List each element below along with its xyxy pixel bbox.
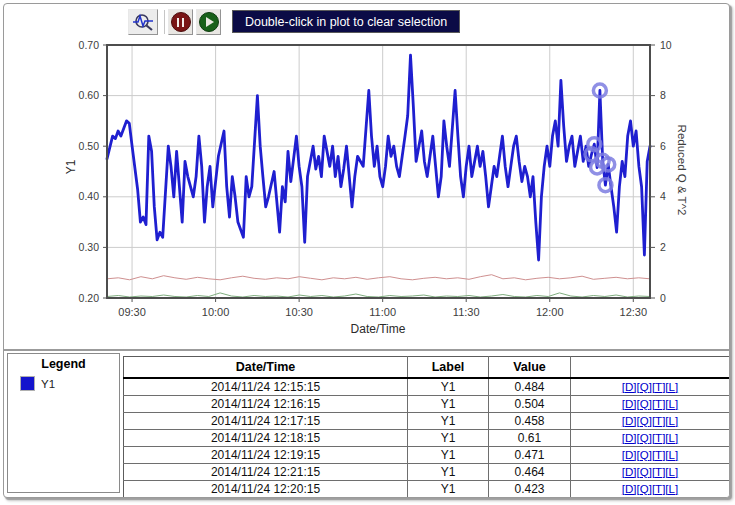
reduced-stat-green-series-line <box>107 293 650 297</box>
chart-plot[interactable] <box>4 4 729 345</box>
detail-link-l[interactable]: [L] <box>665 466 678 478</box>
cell-datetime: 2014/11/24 12:21:15 <box>124 464 408 481</box>
detail-link-l[interactable]: [L] <box>665 398 678 410</box>
cell-value: 0.504 <box>489 396 571 413</box>
column-header-links <box>571 357 730 379</box>
detail-link-l[interactable]: [L] <box>665 381 678 393</box>
detail-link-d[interactable]: [D] <box>622 432 637 444</box>
cell-datetime: 2014/11/24 12:19:15 <box>124 447 408 464</box>
detail-link-d[interactable]: [D] <box>622 398 637 410</box>
cell-value: 0.458 <box>489 413 571 430</box>
legend-panel: Legend Y1 <box>7 353 120 493</box>
detail-link-l[interactable]: [L] <box>665 432 678 444</box>
cell-label: Y1 <box>408 464 489 481</box>
column-header-date-time: Date/Time <box>124 357 408 379</box>
cell-label: Y1 <box>408 447 489 464</box>
x-tick-label: 10:30 <box>274 306 324 319</box>
table-row[interactable]: 2014/11/24 12:16:15Y10.504[D][Q][T][L] <box>124 396 730 413</box>
legend-title: Legend <box>8 357 119 371</box>
table-header-row: Date/TimeLabelValue <box>124 357 730 379</box>
detail-link-q[interactable]: [Q] <box>637 381 652 393</box>
x-tick-label: 11:00 <box>358 306 408 319</box>
cell-value: 0.423 <box>489 481 571 498</box>
cell-value: 0.484 <box>489 378 571 396</box>
column-header-label: Label <box>408 357 489 379</box>
detail-link-q[interactable]: [Q] <box>637 449 652 461</box>
detail-link-q[interactable]: [Q] <box>637 415 652 427</box>
cell-value: 0.61 <box>489 430 571 447</box>
cell-datetime: 2014/11/24 12:18:15 <box>124 430 408 447</box>
cell-label: Y1 <box>408 413 489 430</box>
y-left-tick-label: 0.50 <box>59 140 99 153</box>
app-window: Double-click in plot to clear selection … <box>3 3 730 498</box>
x-tick-label: 11:30 <box>441 306 491 319</box>
cell-links: [D][Q][T][L] <box>571 396 730 413</box>
detail-link-d[interactable]: [D] <box>622 415 637 427</box>
y-left-tick-label: 0.20 <box>59 292 99 305</box>
detail-link-d[interactable]: [D] <box>622 466 637 478</box>
legend-item-y1[interactable]: Y1 <box>20 376 119 391</box>
cell-label: Y1 <box>408 378 489 396</box>
cell-label: Y1 <box>408 481 489 498</box>
y1-series-line <box>107 55 650 260</box>
cell-links: [D][Q][T][L] <box>571 481 730 498</box>
cell-datetime: 2014/11/24 12:17:15 <box>124 413 408 430</box>
x-tick-label: 12:00 <box>525 306 575 319</box>
cell-label: Y1 <box>408 396 489 413</box>
table-row[interactable]: 2014/11/24 12:15:15Y10.484[D][Q][T][L] <box>124 378 730 396</box>
x-axis-title: Date/Time <box>278 322 478 336</box>
x-tick-label: 12:30 <box>608 306 658 319</box>
table-row[interactable]: 2014/11/24 12:20:15Y10.423[D][Q][T][L] <box>124 481 730 498</box>
cell-label: Y1 <box>408 430 489 447</box>
detail-link-q[interactable]: [Q] <box>637 466 652 478</box>
detail-link-t[interactable]: [T] <box>652 381 665 393</box>
data-table: Date/TimeLabelValue 2014/11/24 12:15:15Y… <box>123 356 730 498</box>
table-row[interactable]: 2014/11/24 12:18:15Y10.61[D][Q][T][L] <box>124 430 730 447</box>
table-row[interactable]: 2014/11/24 12:17:15Y10.458[D][Q][T][L] <box>124 413 730 430</box>
x-tick-label: 10:00 <box>191 306 241 319</box>
detail-link-d[interactable]: [D] <box>622 381 637 393</box>
cell-links: [D][Q][T][L] <box>571 413 730 430</box>
y-right-tick-label: 0 <box>660 292 690 305</box>
y-left-tick-label: 0.70 <box>59 39 99 52</box>
detail-link-t[interactable]: [T] <box>652 483 665 495</box>
detail-link-t[interactable]: [T] <box>652 415 665 427</box>
y-left-tick-label: 0.30 <box>59 241 99 254</box>
y-right-tick-label: 8 <box>660 89 690 102</box>
detail-link-t[interactable]: [T] <box>652 449 665 461</box>
legend-color-swatch <box>20 376 35 391</box>
section-divider <box>4 349 729 351</box>
y-right-tick-label: 10 <box>660 39 690 52</box>
detail-link-q[interactable]: [Q] <box>637 432 652 444</box>
reduced-stat-pink-series-line <box>107 275 650 280</box>
detail-link-t[interactable]: [T] <box>652 432 665 444</box>
cell-value: 0.471 <box>489 447 571 464</box>
cell-links: [D][Q][T][L] <box>571 464 730 481</box>
y-right-axis-title: Reduced Q & T^2 <box>676 109 688 231</box>
detail-link-d[interactable]: [D] <box>622 483 637 495</box>
cell-links: [D][Q][T][L] <box>571 447 730 464</box>
cell-datetime: 2014/11/24 12:16:15 <box>124 396 408 413</box>
column-header-value: Value <box>489 357 571 379</box>
cell-value: 0.464 <box>489 464 571 481</box>
cell-links: [D][Q][T][L] <box>571 378 730 396</box>
detail-link-q[interactable]: [Q] <box>637 398 652 410</box>
y-right-tick-label: 6 <box>660 140 690 153</box>
y-left-tick-label: 0.40 <box>59 190 99 203</box>
detail-link-d[interactable]: [D] <box>622 449 637 461</box>
table-row[interactable]: 2014/11/24 12:21:15Y10.464[D][Q][T][L] <box>124 464 730 481</box>
detail-link-q[interactable]: [Q] <box>637 483 652 495</box>
table-row[interactable]: 2014/11/24 12:19:15Y10.471[D][Q][T][L] <box>124 447 730 464</box>
y-left-tick-label: 0.60 <box>59 89 99 102</box>
detail-link-l[interactable]: [L] <box>665 449 678 461</box>
y-right-tick-label: 4 <box>660 190 690 203</box>
chart-area: Y1 Reduced Q & T^2 Date/Time 0.700.600.5… <box>4 4 729 345</box>
detail-link-l[interactable]: [L] <box>665 483 678 495</box>
cell-datetime: 2014/11/24 12:20:15 <box>124 481 408 498</box>
detail-link-t[interactable]: [T] <box>652 398 665 410</box>
y-right-tick-label: 2 <box>660 241 690 254</box>
detail-link-l[interactable]: [L] <box>665 415 678 427</box>
legend-item-label: Y1 <box>41 378 55 390</box>
detail-link-t[interactable]: [T] <box>652 466 665 478</box>
cell-datetime: 2014/11/24 12:15:15 <box>124 378 408 396</box>
